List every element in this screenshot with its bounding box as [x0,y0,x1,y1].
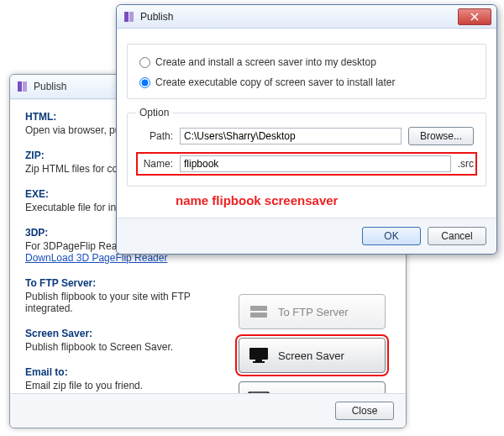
close-icon [470,13,479,21]
svg-rect-5 [255,360,262,361]
svg-rect-6 [253,361,265,363]
main-footer: Close [10,393,406,428]
radio-label: Create and install a screen saver into m… [155,56,376,68]
browse-button[interactable]: Browse... [408,127,474,145]
ok-button[interactable]: OK [362,227,421,245]
close-button[interactable]: Close [335,402,394,420]
svg-rect-8 [124,12,129,22]
app-icon [123,11,135,23]
option-screensaver: Screen Saver: Publish flipbook to Screen… [25,328,232,353]
dialog-footer: OK Cancel [117,218,496,254]
option-email: Email to: Email zip file to you friend. [25,366,232,391]
option-fieldset: Option Path: Browse... Name: .src [127,113,486,186]
monitor-icon [248,347,270,364]
name-extension: .src [458,158,474,170]
app-icon [17,81,29,92]
option-title: To FTP Server: [25,277,232,289]
option-desc: Email zip file to you friend. [25,380,232,391]
dialog-title: Publish [140,11,458,23]
svg-rect-3 [250,313,267,318]
dialog-titlebar: Publish [117,5,496,29]
name-row: Name: .src [139,155,474,172]
path-input[interactable] [180,128,402,144]
publish-screensaver-dialog: Publish Create and install a screen save… [116,4,497,255]
radio-create-later-input[interactable] [139,77,150,88]
svg-rect-1 [23,81,27,92]
server-icon [248,303,270,320]
svg-rect-2 [250,306,267,311]
svg-rect-0 [18,81,22,92]
name-input[interactable] [180,155,451,172]
cancel-button[interactable]: Cancel [428,227,486,245]
svg-rect-4 [249,348,268,360]
name-label: Name: [139,158,173,170]
svg-rect-9 [129,12,134,22]
button-label: Screen Saver [278,349,344,362]
button-label: To FTP Server [278,306,349,318]
option-title: Email to: [25,366,232,378]
option-title: Screen Saver: [25,328,232,339]
path-row: Path: Browse... [139,127,474,145]
option-desc: Publish flipbook to your site with FTP i… [25,291,232,314]
radio-install-now-input[interactable] [139,57,150,68]
path-label: Path: [139,130,173,142]
ftp-server-button[interactable]: To FTP Server [239,294,386,329]
option-ftp: To FTP Server: Publish flipbook to your … [25,277,232,314]
main-title: Publish [34,81,66,92]
option-legend: Option [136,107,172,118]
dialog-close-button[interactable] [458,8,491,25]
screen-saver-button[interactable]: Screen Saver [239,338,386,373]
radio-create-later[interactable]: Create executable copy of screen saver t… [139,76,474,88]
mode-radio-group: Create and install a screen saver into m… [127,44,486,99]
radio-install-now[interactable]: Create and install a screen saver into m… [139,56,474,68]
annotation-text: name flipbook screensaver [176,193,486,207]
radio-label: Create executable copy of screen saver t… [155,76,395,88]
option-desc: Publish flipbook to Screen Saver. [25,341,232,353]
